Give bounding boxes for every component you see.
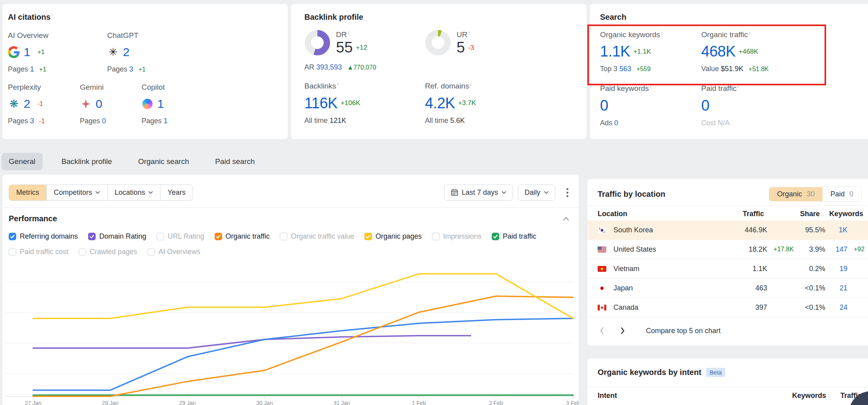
checkbox-icon [364, 233, 372, 240]
metric-checkbox-paid-traffic[interactable]: Paid traffic [492, 232, 536, 241]
date-range-button[interactable]: Last 7 days [444, 185, 513, 201]
alltime-value: 121K [330, 117, 346, 124]
ur-value: 5 [457, 39, 465, 56]
keywords-link[interactable]: 147 [825, 245, 847, 254]
pages-label: Pages [8, 65, 28, 73]
granularity-button[interactable]: Daily [518, 185, 555, 201]
pages-label: Pages [142, 117, 162, 125]
metric-checkbox-url-rating[interactable]: URL Rating [157, 232, 204, 241]
keywords-link[interactable]: 24 [825, 303, 847, 312]
organic-traffic-value[interactable]: 468K [701, 43, 736, 60]
collapse-chevron-icon[interactable] [563, 215, 569, 222]
paid-traffic-label: Paid traffici [701, 84, 862, 93]
metric-checkbox-paid-traffic-cost[interactable]: Paid traffic cost [9, 248, 68, 256]
chatgpt-label: ChatGPT [107, 31, 278, 40]
keywords-link[interactable]: 19 [825, 265, 847, 273]
toggle-paid[interactable]: Paid0 [823, 187, 861, 201]
tab-general[interactable]: General [2, 153, 43, 170]
location-name[interactable]: Vietnam [613, 265, 720, 273]
tab-backlink-profile[interactable]: Backlink profile [55, 153, 119, 170]
keywords-link[interactable]: 1K [825, 226, 847, 234]
filter-segmented-control: Metrics Competitors Locations Years [9, 185, 193, 201]
info-icon[interactable]: i [468, 30, 469, 35]
more-options-kebab-icon[interactable] [564, 186, 571, 199]
backlink-profile-card: Backlink profile DRi 55+12 AR 393,593 ▲7… [291, 4, 587, 139]
location-name[interactable]: South Korea [613, 226, 720, 234]
metric-label: Impressions [443, 232, 481, 241]
paid-traffic-value[interactable]: 0 [701, 97, 709, 114]
info-icon[interactable]: i [661, 30, 662, 35]
metric-checkbox-crawled-pages[interactable]: Crawled pages [79, 248, 137, 256]
table-row-japan[interactable]: Japan 463 <0.1% 21 [587, 279, 868, 298]
keywords-delta: +92 [851, 246, 868, 253]
pages-value[interactable]: 1 [164, 117, 168, 125]
location-name[interactable]: Japan [613, 284, 720, 292]
copilot-value: 1 [157, 97, 164, 111]
pages-value[interactable]: 3 [30, 117, 34, 125]
top3-label: Top 3 [600, 65, 617, 73]
metrics-button[interactable]: Metrics [9, 185, 47, 200]
metric-checkbox-impressions[interactable]: Impressions [432, 232, 481, 241]
locations-button[interactable]: Locations [108, 185, 160, 200]
metric-checkbox-ai-overviews[interactable]: AI Overviews [147, 248, 200, 256]
toggle-organic[interactable]: Organic30 [769, 187, 823, 201]
competitors-button[interactable]: Competitors [47, 185, 108, 200]
location-name[interactable]: United States [613, 245, 720, 254]
perplexity-icon: ❋ [8, 98, 20, 110]
tab-organic-search[interactable]: Organic search [131, 153, 196, 170]
metric-checkbox-organic-traffic[interactable]: Organic traffic [215, 232, 270, 241]
metric-checkbox-domain-rating[interactable]: Domain Rating [88, 232, 146, 241]
table-row-canada[interactable]: Canada 397 <0.1% 24 [587, 298, 868, 317]
dr-label: DRi [336, 30, 367, 39]
organic-keywords-value[interactable]: 1.1K [600, 43, 630, 60]
competitors-label: Competitors [54, 188, 92, 197]
info-icon[interactable]: i [52, 13, 53, 17]
organic-keywords-label: Organic keywordsi [600, 30, 701, 39]
paid-keywords-value[interactable]: 0 [600, 97, 608, 114]
backlinks-delta: +106K [341, 99, 360, 107]
copilot-icon [142, 98, 153, 110]
location-name[interactable]: Canada [613, 303, 720, 312]
next-page-chevron-icon[interactable] [618, 325, 627, 336]
organic-paid-toggle: Organic30 Paid0 [769, 187, 862, 202]
ref-domains-value[interactable]: 4.2K [425, 95, 455, 112]
compare-top5-link[interactable]: Compare top 5 on chart [646, 327, 721, 335]
locations-label: Locations [115, 188, 145, 197]
info-icon[interactable]: i [470, 82, 471, 87]
table-row-united-states[interactable]: United States 18.2K +17.8K 3.9% 147 +92 [587, 240, 868, 259]
info-icon[interactable]: i [650, 84, 651, 89]
years-button[interactable]: Years [160, 185, 192, 200]
header-traffic: Traffic [717, 210, 764, 218]
info-icon[interactable]: i [348, 30, 349, 35]
metric-label: Referring domains [20, 232, 78, 241]
ads-value[interactable]: 0 [614, 119, 618, 127]
table-row-south-korea[interactable]: South Korea 446.9K 95.5% 1K [587, 220, 868, 240]
top3-value[interactable]: 563 [619, 65, 631, 73]
ai-citations-card: AI citationsi AI Overview 1 +1 Pages 1 +… [2, 4, 288, 139]
pages-value[interactable]: 3 [129, 65, 133, 73]
info-icon[interactable]: i [337, 82, 338, 87]
metric-checkbox-referring-domains[interactable]: Referring domains [9, 232, 78, 241]
table-row-vietnam[interactable]: Vietnam 1.1K 0.2% 19 [587, 259, 868, 279]
pages-value[interactable]: 0 [102, 117, 106, 125]
info-icon[interactable]: i [749, 30, 750, 35]
keywords-link[interactable]: 21 [825, 284, 847, 292]
tab-paid-search[interactable]: Paid search [208, 153, 262, 170]
ar-value[interactable]: 393,593 [316, 63, 342, 71]
metric-checkbox-organic-traffic-value[interactable]: Organic traffic value [280, 232, 354, 241]
gemini-value: 0 [96, 97, 102, 111]
svg-text:27 Jan: 27 Jan [25, 400, 42, 405]
prev-page-chevron-icon[interactable] [598, 325, 606, 336]
perplexity-label: Perplexity [8, 83, 80, 92]
pages-value[interactable]: 1 [30, 65, 34, 73]
ref-domains-block: Ref. domainsi 4.2K+3.7K All time 5.6K [425, 82, 577, 124]
info-icon[interactable]: i [738, 84, 738, 89]
svg-text:28 Jan: 28 Jan [102, 400, 119, 405]
metric-label: Crawled pages [90, 248, 137, 256]
performance-line-chart[interactable]: 27 Jan28 Jan29 Jan30 Jan31 Jan1 Feb2 Feb… [2, 269, 579, 405]
copilot-label: Copilot [142, 83, 278, 92]
metric-checkbox-organic-pages[interactable]: Organic pages [364, 232, 422, 241]
checkbox-icon [9, 233, 16, 240]
backlinks-value[interactable]: 116K [304, 95, 338, 112]
search-title: Search [600, 13, 862, 22]
